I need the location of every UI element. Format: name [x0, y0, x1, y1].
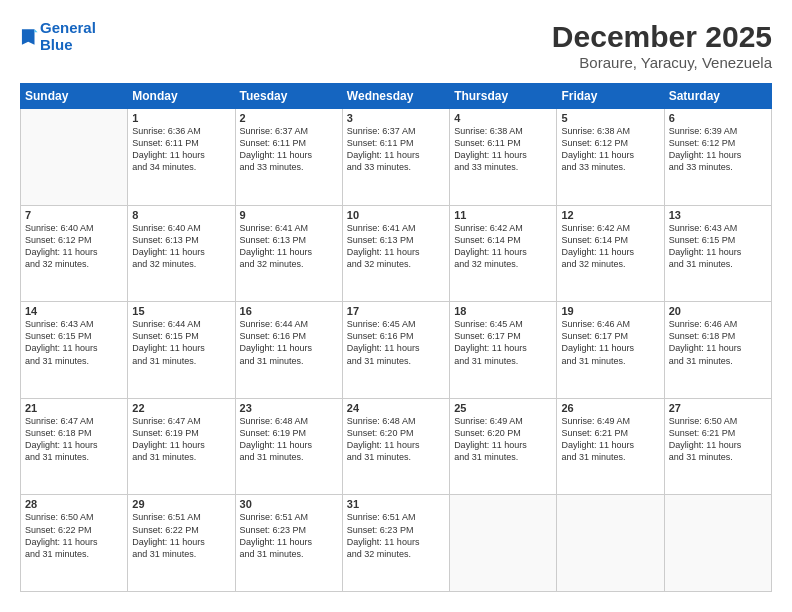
header-wednesday: Wednesday	[342, 84, 449, 109]
title-block: December 2025 Boraure, Yaracuy, Venezuel…	[552, 20, 772, 71]
day-number: 3	[347, 112, 445, 124]
day-number: 12	[561, 209, 659, 221]
cell-info: Sunrise: 6:51 AM Sunset: 6:23 PM Dayligh…	[347, 511, 445, 560]
calendar-cell: 14Sunrise: 6:43 AM Sunset: 6:15 PM Dayli…	[21, 302, 128, 399]
day-number: 31	[347, 498, 445, 510]
logo: General Blue	[20, 20, 96, 53]
day-number: 4	[454, 112, 552, 124]
cell-info: Sunrise: 6:49 AM Sunset: 6:21 PM Dayligh…	[561, 415, 659, 464]
calendar-week-3: 14Sunrise: 6:43 AM Sunset: 6:15 PM Dayli…	[21, 302, 772, 399]
day-number: 22	[132, 402, 230, 414]
location: Boraure, Yaracuy, Venezuela	[552, 54, 772, 71]
cell-info: Sunrise: 6:42 AM Sunset: 6:14 PM Dayligh…	[454, 222, 552, 271]
calendar-cell: 25Sunrise: 6:49 AM Sunset: 6:20 PM Dayli…	[450, 398, 557, 495]
logo-icon	[20, 26, 38, 48]
calendar-cell: 7Sunrise: 6:40 AM Sunset: 6:12 PM Daylig…	[21, 205, 128, 302]
calendar-cell: 24Sunrise: 6:48 AM Sunset: 6:20 PM Dayli…	[342, 398, 449, 495]
calendar-cell: 9Sunrise: 6:41 AM Sunset: 6:13 PM Daylig…	[235, 205, 342, 302]
cell-info: Sunrise: 6:42 AM Sunset: 6:14 PM Dayligh…	[561, 222, 659, 271]
logo-text: General Blue	[40, 20, 96, 53]
calendar-cell: 12Sunrise: 6:42 AM Sunset: 6:14 PM Dayli…	[557, 205, 664, 302]
calendar-cell: 6Sunrise: 6:39 AM Sunset: 6:12 PM Daylig…	[664, 109, 771, 206]
calendar-week-5: 28Sunrise: 6:50 AM Sunset: 6:22 PM Dayli…	[21, 495, 772, 592]
calendar-cell: 5Sunrise: 6:38 AM Sunset: 6:12 PM Daylig…	[557, 109, 664, 206]
cell-info: Sunrise: 6:37 AM Sunset: 6:11 PM Dayligh…	[347, 125, 445, 174]
day-number: 2	[240, 112, 338, 124]
header-sunday: Sunday	[21, 84, 128, 109]
calendar-cell: 19Sunrise: 6:46 AM Sunset: 6:17 PM Dayli…	[557, 302, 664, 399]
calendar-cell: 28Sunrise: 6:50 AM Sunset: 6:22 PM Dayli…	[21, 495, 128, 592]
cell-info: Sunrise: 6:39 AM Sunset: 6:12 PM Dayligh…	[669, 125, 767, 174]
cell-info: Sunrise: 6:44 AM Sunset: 6:15 PM Dayligh…	[132, 318, 230, 367]
cell-info: Sunrise: 6:49 AM Sunset: 6:20 PM Dayligh…	[454, 415, 552, 464]
calendar-cell: 4Sunrise: 6:38 AM Sunset: 6:11 PM Daylig…	[450, 109, 557, 206]
header-monday: Monday	[128, 84, 235, 109]
calendar-cell: 22Sunrise: 6:47 AM Sunset: 6:19 PM Dayli…	[128, 398, 235, 495]
day-number: 8	[132, 209, 230, 221]
calendar-table: Sunday Monday Tuesday Wednesday Thursday…	[20, 83, 772, 592]
cell-info: Sunrise: 6:37 AM Sunset: 6:11 PM Dayligh…	[240, 125, 338, 174]
calendar-cell: 13Sunrise: 6:43 AM Sunset: 6:15 PM Dayli…	[664, 205, 771, 302]
day-number: 27	[669, 402, 767, 414]
calendar-cell	[450, 495, 557, 592]
day-number: 29	[132, 498, 230, 510]
cell-info: Sunrise: 6:47 AM Sunset: 6:18 PM Dayligh…	[25, 415, 123, 464]
day-number: 18	[454, 305, 552, 317]
day-number: 10	[347, 209, 445, 221]
calendar-cell: 2Sunrise: 6:37 AM Sunset: 6:11 PM Daylig…	[235, 109, 342, 206]
day-number: 25	[454, 402, 552, 414]
header-thursday: Thursday	[450, 84, 557, 109]
day-number: 21	[25, 402, 123, 414]
day-number: 19	[561, 305, 659, 317]
day-number: 5	[561, 112, 659, 124]
calendar-cell: 11Sunrise: 6:42 AM Sunset: 6:14 PM Dayli…	[450, 205, 557, 302]
calendar-week-4: 21Sunrise: 6:47 AM Sunset: 6:18 PM Dayli…	[21, 398, 772, 495]
cell-info: Sunrise: 6:36 AM Sunset: 6:11 PM Dayligh…	[132, 125, 230, 174]
calendar-cell: 20Sunrise: 6:46 AM Sunset: 6:18 PM Dayli…	[664, 302, 771, 399]
day-number: 15	[132, 305, 230, 317]
header-friday: Friday	[557, 84, 664, 109]
day-number: 26	[561, 402, 659, 414]
calendar-cell: 23Sunrise: 6:48 AM Sunset: 6:19 PM Dayli…	[235, 398, 342, 495]
calendar-cell: 16Sunrise: 6:44 AM Sunset: 6:16 PM Dayli…	[235, 302, 342, 399]
calendar-cell: 29Sunrise: 6:51 AM Sunset: 6:22 PM Dayli…	[128, 495, 235, 592]
calendar-cell: 10Sunrise: 6:41 AM Sunset: 6:13 PM Dayli…	[342, 205, 449, 302]
calendar-cell: 8Sunrise: 6:40 AM Sunset: 6:13 PM Daylig…	[128, 205, 235, 302]
header: General Blue December 2025 Boraure, Yara…	[20, 20, 772, 71]
cell-info: Sunrise: 6:48 AM Sunset: 6:20 PM Dayligh…	[347, 415, 445, 464]
day-number: 30	[240, 498, 338, 510]
day-number: 13	[669, 209, 767, 221]
day-number: 14	[25, 305, 123, 317]
cell-info: Sunrise: 6:51 AM Sunset: 6:22 PM Dayligh…	[132, 511, 230, 560]
cell-info: Sunrise: 6:43 AM Sunset: 6:15 PM Dayligh…	[25, 318, 123, 367]
cell-info: Sunrise: 6:41 AM Sunset: 6:13 PM Dayligh…	[240, 222, 338, 271]
calendar-cell	[664, 495, 771, 592]
cell-info: Sunrise: 6:41 AM Sunset: 6:13 PM Dayligh…	[347, 222, 445, 271]
day-number: 11	[454, 209, 552, 221]
calendar-cell: 31Sunrise: 6:51 AM Sunset: 6:23 PM Dayli…	[342, 495, 449, 592]
calendar-cell	[21, 109, 128, 206]
cell-info: Sunrise: 6:48 AM Sunset: 6:19 PM Dayligh…	[240, 415, 338, 464]
day-number: 24	[347, 402, 445, 414]
svg-marker-0	[22, 29, 35, 45]
calendar-cell: 3Sunrise: 6:37 AM Sunset: 6:11 PM Daylig…	[342, 109, 449, 206]
cell-info: Sunrise: 6:38 AM Sunset: 6:11 PM Dayligh…	[454, 125, 552, 174]
day-number: 6	[669, 112, 767, 124]
cell-info: Sunrise: 6:47 AM Sunset: 6:19 PM Dayligh…	[132, 415, 230, 464]
calendar-cell: 1Sunrise: 6:36 AM Sunset: 6:11 PM Daylig…	[128, 109, 235, 206]
calendar-cell: 27Sunrise: 6:50 AM Sunset: 6:21 PM Dayli…	[664, 398, 771, 495]
calendar-header-row: Sunday Monday Tuesday Wednesday Thursday…	[21, 84, 772, 109]
calendar-cell: 17Sunrise: 6:45 AM Sunset: 6:16 PM Dayli…	[342, 302, 449, 399]
day-number: 16	[240, 305, 338, 317]
cell-info: Sunrise: 6:43 AM Sunset: 6:15 PM Dayligh…	[669, 222, 767, 271]
calendar-cell	[557, 495, 664, 592]
day-number: 9	[240, 209, 338, 221]
cell-info: Sunrise: 6:40 AM Sunset: 6:12 PM Dayligh…	[25, 222, 123, 271]
calendar-cell: 30Sunrise: 6:51 AM Sunset: 6:23 PM Dayli…	[235, 495, 342, 592]
day-number: 28	[25, 498, 123, 510]
calendar-cell: 18Sunrise: 6:45 AM Sunset: 6:17 PM Dayli…	[450, 302, 557, 399]
calendar-week-1: 1Sunrise: 6:36 AM Sunset: 6:11 PM Daylig…	[21, 109, 772, 206]
cell-info: Sunrise: 6:38 AM Sunset: 6:12 PM Dayligh…	[561, 125, 659, 174]
day-number: 20	[669, 305, 767, 317]
header-tuesday: Tuesday	[235, 84, 342, 109]
